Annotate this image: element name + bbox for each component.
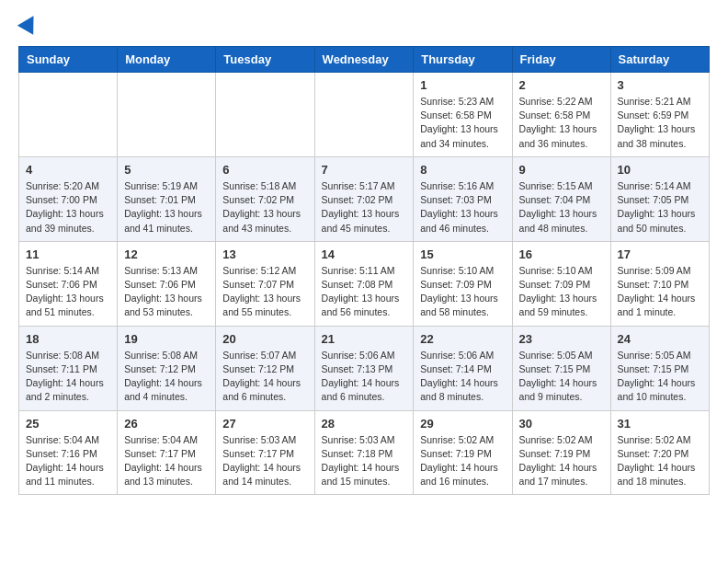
day-number: 28 (322, 417, 407, 431)
calendar-cell: 20Sunrise: 5:07 AM Sunset: 7:12 PM Dayli… (216, 326, 314, 410)
calendar-cell: 8Sunrise: 5:16 AM Sunset: 7:03 PM Daylig… (414, 156, 512, 241)
calendar-cell: 31Sunrise: 5:02 AM Sunset: 7:20 PM Dayli… (610, 410, 709, 495)
cell-content: Sunrise: 5:16 AM Sunset: 7:03 PM Dayligh… (420, 179, 505, 236)
cell-content: Sunrise: 5:06 AM Sunset: 7:13 PM Dayligh… (322, 349, 407, 405)
calendar-cell (314, 73, 414, 157)
calendar-cell: 11Sunrise: 5:14 AM Sunset: 7:06 PM Dayli… (19, 241, 118, 326)
day-number: 16 (519, 247, 604, 261)
day-number: 13 (222, 247, 307, 261)
cell-content: Sunrise: 5:13 AM Sunset: 7:06 PM Dayligh… (124, 264, 209, 320)
cell-content: Sunrise: 5:06 AM Sunset: 7:14 PM Dayligh… (420, 349, 505, 405)
day-number: 17 (618, 247, 702, 261)
day-number: 1 (420, 78, 505, 92)
day-number: 3 (618, 78, 702, 92)
calendar-cell: 24Sunrise: 5:05 AM Sunset: 7:15 PM Dayli… (610, 326, 709, 410)
calendar-cell: 9Sunrise: 5:15 AM Sunset: 7:04 PM Daylig… (512, 156, 610, 241)
calendar-cell: 23Sunrise: 5:05 AM Sunset: 7:15 PM Dayli… (512, 326, 610, 410)
cell-content: Sunrise: 5:03 AM Sunset: 7:17 PM Dayligh… (222, 433, 307, 489)
cell-content: Sunrise: 5:10 AM Sunset: 7:09 PM Dayligh… (420, 264, 505, 320)
cell-content: Sunrise: 5:04 AM Sunset: 7:17 PM Dayligh… (124, 433, 209, 489)
day-number: 21 (322, 332, 407, 346)
calendar-cell: 18Sunrise: 5:08 AM Sunset: 7:11 PM Dayli… (19, 326, 118, 410)
cell-content: Sunrise: 5:05 AM Sunset: 7:15 PM Dayligh… (618, 349, 702, 405)
calendar-day-header: Friday (512, 47, 610, 73)
day-number: 5 (124, 163, 209, 177)
cell-content: Sunrise: 5:02 AM Sunset: 7:19 PM Dayligh… (519, 433, 604, 489)
day-number: 31 (618, 417, 702, 431)
calendar-week-row: 4Sunrise: 5:20 AM Sunset: 7:00 PM Daylig… (19, 156, 710, 241)
page: SundayMondayTuesdayWednesdayThursdayFrid… (0, 0, 728, 513)
day-number: 10 (618, 163, 702, 177)
calendar-cell: 7Sunrise: 5:17 AM Sunset: 7:02 PM Daylig… (314, 156, 414, 241)
calendar-cell: 12Sunrise: 5:13 AM Sunset: 7:06 PM Dayli… (118, 241, 216, 326)
calendar-cell: 5Sunrise: 5:19 AM Sunset: 7:01 PM Daylig… (118, 156, 216, 241)
cell-content: Sunrise: 5:08 AM Sunset: 7:11 PM Dayligh… (26, 349, 110, 405)
cell-content: Sunrise: 5:05 AM Sunset: 7:15 PM Dayligh… (519, 349, 604, 405)
day-number: 19 (124, 332, 209, 346)
day-number: 8 (420, 163, 505, 177)
day-number: 25 (26, 417, 110, 431)
cell-content: Sunrise: 5:08 AM Sunset: 7:12 PM Dayligh… (124, 349, 209, 405)
logo-triangle-icon (17, 11, 41, 35)
cell-content: Sunrise: 5:02 AM Sunset: 7:19 PM Dayligh… (420, 433, 505, 489)
day-number: 14 (322, 247, 407, 261)
calendar-cell: 6Sunrise: 5:18 AM Sunset: 7:02 PM Daylig… (216, 156, 314, 241)
cell-content: Sunrise: 5:19 AM Sunset: 7:01 PM Dayligh… (124, 179, 209, 236)
calendar-cell (19, 73, 118, 157)
day-number: 7 (322, 163, 407, 177)
day-number: 6 (222, 163, 307, 177)
cell-content: Sunrise: 5:02 AM Sunset: 7:20 PM Dayligh… (618, 433, 702, 489)
cell-content: Sunrise: 5:04 AM Sunset: 7:16 PM Dayligh… (26, 433, 110, 489)
day-number: 27 (222, 417, 307, 431)
day-number: 26 (124, 417, 209, 431)
cell-content: Sunrise: 5:09 AM Sunset: 7:10 PM Dayligh… (618, 264, 702, 320)
day-number: 11 (26, 247, 110, 261)
day-number: 2 (519, 78, 604, 92)
day-number: 4 (26, 163, 110, 177)
calendar-week-row: 25Sunrise: 5:04 AM Sunset: 7:16 PM Dayli… (19, 410, 710, 495)
day-number: 23 (519, 332, 604, 346)
calendar-cell: 25Sunrise: 5:04 AM Sunset: 7:16 PM Dayli… (19, 410, 118, 495)
logo (18, 15, 39, 33)
calendar-cell: 15Sunrise: 5:10 AM Sunset: 7:09 PM Dayli… (414, 241, 512, 326)
cell-content: Sunrise: 5:03 AM Sunset: 7:18 PM Dayligh… (322, 433, 407, 489)
cell-content: Sunrise: 5:18 AM Sunset: 7:02 PM Dayligh… (222, 179, 307, 236)
calendar-day-header: Thursday (414, 47, 512, 73)
calendar-cell (216, 73, 314, 157)
cell-content: Sunrise: 5:22 AM Sunset: 6:58 PM Dayligh… (519, 95, 604, 151)
calendar-cell: 10Sunrise: 5:14 AM Sunset: 7:05 PM Dayli… (610, 156, 709, 241)
calendar-cell: 21Sunrise: 5:06 AM Sunset: 7:13 PM Dayli… (314, 326, 414, 410)
calendar-cell: 27Sunrise: 5:03 AM Sunset: 7:17 PM Dayli… (216, 410, 314, 495)
cell-content: Sunrise: 5:20 AM Sunset: 7:00 PM Dayligh… (26, 179, 110, 236)
calendar-cell: 28Sunrise: 5:03 AM Sunset: 7:18 PM Dayli… (314, 410, 414, 495)
calendar-day-header: Monday (118, 47, 216, 73)
calendar-cell: 1Sunrise: 5:23 AM Sunset: 6:58 PM Daylig… (414, 73, 512, 157)
cell-content: Sunrise: 5:12 AM Sunset: 7:07 PM Dayligh… (222, 264, 307, 320)
cell-content: Sunrise: 5:07 AM Sunset: 7:12 PM Dayligh… (222, 349, 307, 405)
calendar-day-header: Sunday (19, 47, 118, 73)
day-number: 15 (420, 247, 505, 261)
calendar-cell: 29Sunrise: 5:02 AM Sunset: 7:19 PM Dayli… (414, 410, 512, 495)
day-number: 22 (420, 332, 505, 346)
calendar-cell: 4Sunrise: 5:20 AM Sunset: 7:00 PM Daylig… (19, 156, 118, 241)
day-number: 29 (420, 417, 505, 431)
day-number: 30 (519, 417, 604, 431)
calendar-header-row: SundayMondayTuesdayWednesdayThursdayFrid… (19, 47, 710, 73)
calendar-cell: 30Sunrise: 5:02 AM Sunset: 7:19 PM Dayli… (512, 410, 610, 495)
calendar-week-row: 11Sunrise: 5:14 AM Sunset: 7:06 PM Dayli… (19, 241, 710, 326)
cell-content: Sunrise: 5:11 AM Sunset: 7:08 PM Dayligh… (322, 264, 407, 320)
calendar-cell: 17Sunrise: 5:09 AM Sunset: 7:10 PM Dayli… (610, 241, 709, 326)
calendar-cell: 22Sunrise: 5:06 AM Sunset: 7:14 PM Dayli… (414, 326, 512, 410)
cell-content: Sunrise: 5:14 AM Sunset: 7:06 PM Dayligh… (26, 264, 110, 320)
calendar-cell: 13Sunrise: 5:12 AM Sunset: 7:07 PM Dayli… (216, 241, 314, 326)
day-number: 24 (618, 332, 702, 346)
header (18, 15, 710, 33)
cell-content: Sunrise: 5:23 AM Sunset: 6:58 PM Dayligh… (420, 95, 505, 151)
calendar-week-row: 18Sunrise: 5:08 AM Sunset: 7:11 PM Dayli… (19, 326, 710, 410)
day-number: 9 (519, 163, 604, 177)
calendar-week-row: 1Sunrise: 5:23 AM Sunset: 6:58 PM Daylig… (19, 73, 710, 157)
calendar-cell: 3Sunrise: 5:21 AM Sunset: 6:59 PM Daylig… (610, 73, 709, 157)
calendar-cell: 14Sunrise: 5:11 AM Sunset: 7:08 PM Dayli… (314, 241, 414, 326)
day-number: 18 (26, 332, 110, 346)
cell-content: Sunrise: 5:10 AM Sunset: 7:09 PM Dayligh… (519, 264, 604, 320)
